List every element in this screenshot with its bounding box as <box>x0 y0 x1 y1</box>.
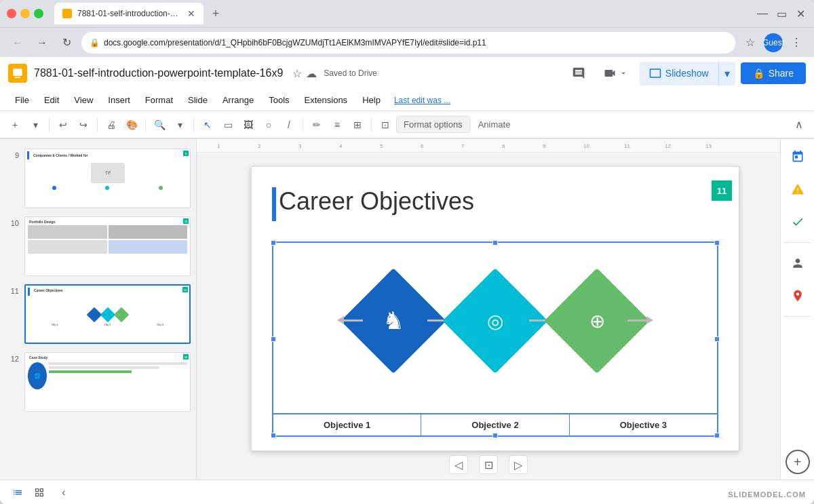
prev-slide-button[interactable]: ◁ <box>449 455 468 474</box>
print-button[interactable]: 🖨 <box>102 115 121 134</box>
slideshow-button[interactable]: Slideshow ▾ <box>640 62 735 85</box>
label-objective-1: Objective 1 <box>273 414 421 435</box>
slide-10-thumb[interactable]: 10 Portfolio Design <box>24 216 191 276</box>
collapse-panel-button[interactable]: ‹ <box>54 483 73 502</box>
diamond-3-icon: ⊕ <box>589 309 605 332</box>
handle-ml[interactable] <box>271 336 276 342</box>
menu-insert[interactable]: Insert <box>101 92 137 108</box>
slide-item-11[interactable]: 11 11 Career Objectives Obj 1Obj 2Obj 3 <box>0 280 196 348</box>
selection-group[interactable]: ⊕ <box>272 241 718 437</box>
forward-button[interactable]: → <box>33 33 52 52</box>
zoom-dropdown[interactable]: ▾ <box>170 115 189 134</box>
toolbar-end: ∧ <box>790 115 809 134</box>
menu-file[interactable]: File <box>8 92 36 108</box>
calendar-icon-btn[interactable] <box>786 144 810 169</box>
next-slide-button[interactable]: ▷ <box>509 455 528 474</box>
slide-9-thumb[interactable]: Companies & Clients / Worked for 9 🗺 <box>24 149 191 208</box>
shape-tool[interactable]: ○ <box>259 115 278 134</box>
minimize-icon[interactable]: — <box>756 7 769 20</box>
line-tool[interactable]: / <box>279 115 298 134</box>
menu-extensions[interactable]: Extensions <box>298 92 355 108</box>
check-icon-btn[interactable] <box>786 210 810 234</box>
handle-tc[interactable] <box>492 240 498 246</box>
share-button[interactable]: 🔒 Share <box>741 62 806 84</box>
back-button[interactable]: ← <box>8 33 27 52</box>
pen-tool[interactable]: ✏ <box>307 115 326 134</box>
redo-button[interactable]: ↪ <box>74 115 93 134</box>
menu-help[interactable]: Help <box>355 92 387 108</box>
maximize-button[interactable] <box>34 9 43 18</box>
slideshow-label[interactable]: Slideshow <box>640 62 718 85</box>
animate-button[interactable]: Animate <box>471 117 518 132</box>
menu-edit[interactable]: Edit <box>37 92 66 108</box>
separator-1 <box>49 118 50 132</box>
menu-icon[interactable]: ⋮ <box>787 33 806 52</box>
menu-arrange[interactable]: Arrange <box>216 92 260 108</box>
last-edit-link[interactable]: Last edit was ... <box>394 96 450 105</box>
close-window-icon[interactable]: ✕ <box>794 7 807 20</box>
slideshow-dropdown[interactable]: ▾ <box>718 62 735 85</box>
handle-mr[interactable] <box>714 336 720 342</box>
canvas-bottom-nav: ◁ ⊡ ▷ <box>244 451 733 478</box>
menu-slide[interactable]: Slide <box>181 92 214 108</box>
new-tab-button[interactable]: + <box>206 4 225 23</box>
grid-view-button[interactable] <box>30 483 49 502</box>
svg-rect-0 <box>13 69 22 76</box>
slide-11-thumb[interactable]: 11 Career Objectives Obj 1Obj 2Obj 3 <box>24 284 191 344</box>
refresh-button[interactable]: ↻ <box>57 33 76 52</box>
cloud-icon[interactable]: ☁ <box>306 67 317 80</box>
format-options-button[interactable]: Format options <box>396 116 470 133</box>
meet-button[interactable] <box>596 62 634 84</box>
comment-button[interactable] <box>566 61 591 85</box>
list-view-button[interactable] <box>8 483 27 502</box>
canvas-scroll[interactable]: Career Objectives 11 <box>197 153 780 480</box>
handle-tr[interactable] <box>714 240 720 246</box>
svg-text:9: 9 <box>543 143 546 149</box>
menu-tools[interactable]: Tools <box>262 92 296 108</box>
minimize-button[interactable] <box>20 9 30 18</box>
close-button[interactable] <box>7 9 16 18</box>
add-panel-button[interactable]: + <box>786 450 810 474</box>
svg-text:10: 10 <box>583 143 589 149</box>
thumb-diamond-3 <box>113 307 129 323</box>
image-tool[interactable]: 🖼 <box>239 115 258 134</box>
url-bar[interactable]: 🔒 docs.google.com/presentation/d/1_QHpbi… <box>81 32 735 54</box>
undo-button[interactable]: ↩ <box>54 115 73 134</box>
text-box-tool[interactable]: ▭ <box>218 115 237 134</box>
insert-button[interactable]: + <box>5 115 24 134</box>
select-tool[interactable]: ↖ <box>198 115 217 134</box>
table-tool[interactable]: ⊞ <box>348 115 367 134</box>
slide-item-10[interactable]: 10 10 Portfolio Design <box>0 212 196 280</box>
alert-icon-btn[interactable] <box>786 177 810 201</box>
slide-item-9[interactable]: 9 Companies & Clients / Worked for 9 🗺 <box>0 144 196 212</box>
handle-tl[interactable] <box>271 240 276 246</box>
active-tab[interactable]: 7881-01-self-introduction-powe... ✕ <box>54 3 204 24</box>
zoom-button[interactable]: 🔍 <box>150 115 169 134</box>
slide-title: Career Objectives <box>279 187 474 216</box>
text-align-tool[interactable]: ≡ <box>328 115 347 134</box>
restore-icon[interactable]: ▭ <box>775 7 788 20</box>
profile-button[interactable]: Guest <box>764 33 783 52</box>
accessibility-tool[interactable]: ⊡ <box>376 115 395 134</box>
slide-10-number: 10 <box>5 216 19 227</box>
slide-item-12[interactable]: 12 12 Case Study 🌐 <box>0 348 196 416</box>
star-icon[interactable]: ☆ <box>292 67 302 80</box>
toolbar-dropdown[interactable]: ▾ <box>26 115 45 134</box>
separator-6 <box>371 118 372 132</box>
menu-format[interactable]: Format <box>138 92 180 108</box>
address-bar: ← → ↻ 🔒 docs.google.com/presentation/d/1… <box>0 27 814 57</box>
present-button[interactable]: ⊡ <box>479 455 498 474</box>
lock-icon: 🔒 <box>90 38 100 47</box>
paint-format-button[interactable]: 🎨 <box>122 115 141 134</box>
collapse-toolbar-button[interactable]: ∧ <box>790 115 809 134</box>
menu-view[interactable]: View <box>67 92 100 108</box>
watermark: SLIDEMODEL.COM <box>728 490 806 499</box>
thumb-accent-11 <box>28 288 30 296</box>
slide-12-thumb[interactable]: 12 Case Study 🌐 <box>24 352 191 412</box>
tab-close-button[interactable]: ✕ <box>187 8 195 19</box>
person-icon-btn[interactable] <box>786 251 810 275</box>
slide-11-number: 11 <box>5 284 19 295</box>
map-icon-btn[interactable] <box>786 284 810 308</box>
thumb-badge-10: 10 <box>183 218 189 224</box>
bookmark-icon[interactable]: ☆ <box>741 33 760 52</box>
